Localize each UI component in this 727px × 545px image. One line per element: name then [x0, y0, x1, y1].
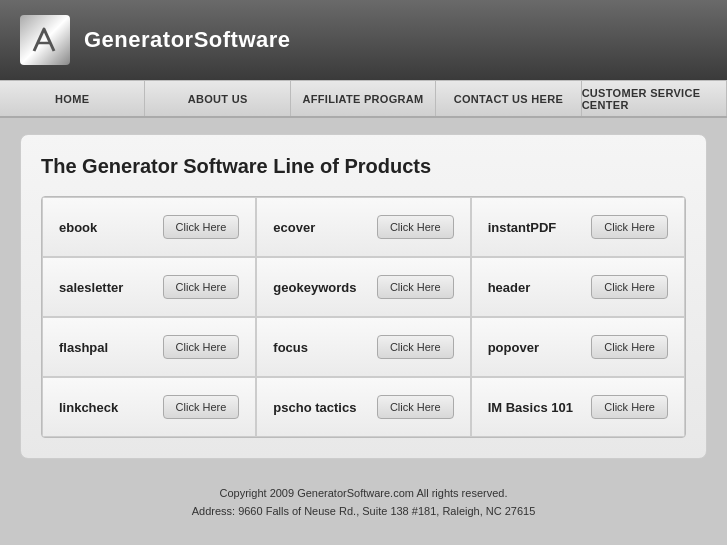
- product-btn-ebook[interactable]: Click Here: [163, 215, 240, 239]
- products-grid: ebookClick HereecoverClick HereinstantPD…: [41, 196, 686, 438]
- product-btn-instantpdf[interactable]: Click Here: [591, 215, 668, 239]
- footer-copyright: Copyright 2009 GeneratorSoftware.com All…: [10, 485, 717, 503]
- product-cell-focus: focusClick Here: [256, 317, 470, 377]
- product-name-flashpal: flashpal: [59, 340, 108, 355]
- product-name-focus: focus: [273, 340, 308, 355]
- nav-item-affiliate-program[interactable]: AFFILIATE PROGRAM: [291, 81, 436, 116]
- product-cell-ecover: ecoverClick Here: [256, 197, 470, 257]
- product-name-ebook: ebook: [59, 220, 97, 235]
- site-title: GeneratorSoftware: [84, 27, 291, 53]
- product-cell-ebook: ebookClick Here: [42, 197, 256, 257]
- product-btn-pscho-tactics[interactable]: Click Here: [377, 395, 454, 419]
- product-btn-ecover[interactable]: Click Here: [377, 215, 454, 239]
- nav-item-about-us[interactable]: ABOUT US: [145, 81, 290, 116]
- product-cell-salesletter: salesletterClick Here: [42, 257, 256, 317]
- product-btn-geokeywords[interactable]: Click Here: [377, 275, 454, 299]
- main-title: The Generator Software Line of Products: [41, 155, 686, 178]
- product-name-linkcheck: linkcheck: [59, 400, 118, 415]
- product-name-ecover: ecover: [273, 220, 315, 235]
- product-cell-linkcheck: linkcheckClick Here: [42, 377, 256, 437]
- main-nav: HOMEABOUT USAFFILIATE PROGRAMCONTACT US …: [0, 80, 727, 118]
- product-cell-im-basics-101: IM Basics 101Click Here: [471, 377, 685, 437]
- footer-address: Address: 9660 Falls of Neuse Rd., Suite …: [10, 503, 717, 521]
- product-btn-salesletter[interactable]: Click Here: [163, 275, 240, 299]
- product-btn-popover[interactable]: Click Here: [591, 335, 668, 359]
- product-cell-geokeywords: geokeywordsClick Here: [256, 257, 470, 317]
- product-btn-linkcheck[interactable]: Click Here: [163, 395, 240, 419]
- product-btn-im-basics-101[interactable]: Click Here: [591, 395, 668, 419]
- logo-icon: [20, 15, 70, 65]
- product-btn-header[interactable]: Click Here: [591, 275, 668, 299]
- page-header: GeneratorSoftware: [0, 0, 727, 80]
- main-content: The Generator Software Line of Products …: [20, 134, 707, 459]
- nav-item-contact-us-here[interactable]: CONTACT US HERE: [436, 81, 581, 116]
- product-name-header: header: [488, 280, 531, 295]
- product-cell-header: headerClick Here: [471, 257, 685, 317]
- product-cell-instantpdf: instantPDFClick Here: [471, 197, 685, 257]
- product-name-popover: popover: [488, 340, 539, 355]
- product-cell-popover: popoverClick Here: [471, 317, 685, 377]
- product-name-salesletter: salesletter: [59, 280, 123, 295]
- product-cell-flashpal: flashpalClick Here: [42, 317, 256, 377]
- product-name-pscho-tactics: pscho tactics: [273, 400, 356, 415]
- product-name-geokeywords: geokeywords: [273, 280, 356, 295]
- product-name-im-basics-101: IM Basics 101: [488, 400, 573, 415]
- product-cell-pscho-tactics: pscho tacticsClick Here: [256, 377, 470, 437]
- page-footer: Copyright 2009 GeneratorSoftware.com All…: [0, 475, 727, 530]
- product-btn-focus[interactable]: Click Here: [377, 335, 454, 359]
- nav-item-customer-service-center[interactable]: CUSTOMER SERVICE CENTER: [582, 81, 727, 116]
- nav-item-home[interactable]: HOME: [0, 81, 145, 116]
- product-name-instantpdf: instantPDF: [488, 220, 557, 235]
- product-btn-flashpal[interactable]: Click Here: [163, 335, 240, 359]
